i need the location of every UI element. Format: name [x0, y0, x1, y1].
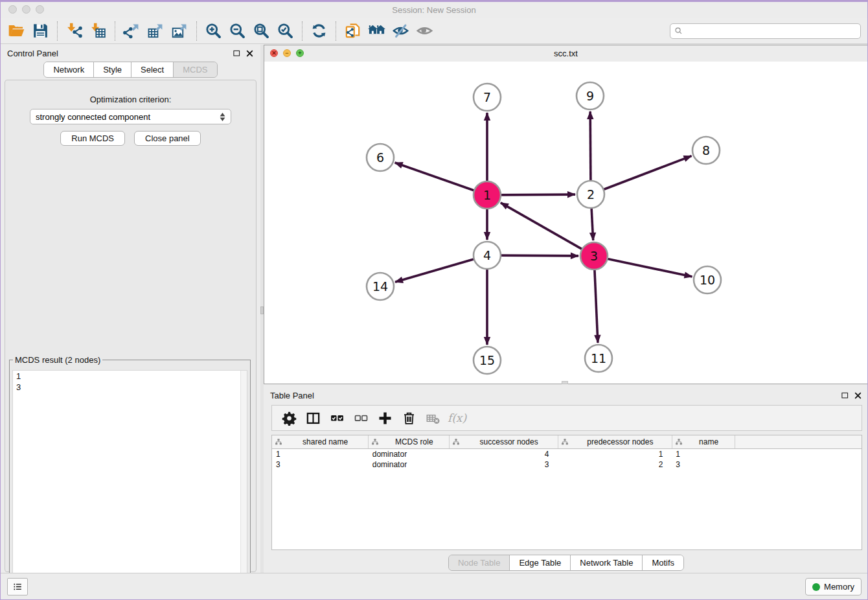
tab-node-table[interactable]: Node Table — [449, 555, 510, 570]
deselect-all-button[interactable] — [349, 408, 373, 428]
control-panel: Control Panel NetworkStyleSelectMCDS Opt… — [1, 45, 260, 576]
cell-MCDS-role[interactable]: dominator — [369, 459, 450, 470]
close-window-button[interactable] — [8, 5, 17, 14]
graph-node-2[interactable]: 2 — [577, 181, 604, 208]
zoom-out-button[interactable] — [225, 21, 249, 41]
edge-2-9[interactable] — [590, 111, 591, 182]
column-header-MCDS-role[interactable]: MCDS role — [369, 435, 450, 449]
graph-node-7[interactable]: 7 — [474, 84, 501, 111]
tab-edge-table[interactable]: Edge Table — [510, 555, 571, 570]
cell-MCDS-role[interactable]: dominator — [369, 449, 450, 460]
home-button[interactable] — [365, 21, 389, 41]
edge-2-3[interactable] — [591, 207, 593, 240]
network-window-titlebar[interactable]: ✕ − + scc.txt — [264, 45, 867, 62]
cell-successor-nodes[interactable]: 3 — [450, 459, 558, 470]
graph-node-14[interactable]: 14 — [367, 273, 394, 300]
import-network-button[interactable] — [62, 21, 86, 41]
edge-3-10[interactable] — [606, 259, 692, 277]
column-header-filler — [735, 435, 862, 449]
graph-node-10[interactable]: 10 — [694, 266, 721, 294]
tab-network[interactable]: Network — [44, 62, 94, 77]
destroy-table-button[interactable] — [421, 408, 445, 428]
tab-style[interactable]: Style — [94, 62, 131, 77]
run-mcds-button[interactable]: Run MCDS — [60, 131, 125, 146]
edge-4-14[interactable] — [395, 259, 475, 282]
column-header-name[interactable]: name — [672, 435, 735, 449]
hide-annotations-button[interactable] — [389, 21, 413, 41]
network-zoom-button[interactable]: + — [296, 49, 304, 57]
network-canvas[interactable]: 7968124314101511 — [264, 62, 867, 384]
cell-successor-nodes[interactable]: 4 — [450, 449, 558, 460]
export-image-button[interactable] — [168, 21, 192, 41]
cell-name[interactable]: 3 — [672, 459, 735, 470]
export-table-button[interactable] — [144, 21, 168, 41]
graph-node-1[interactable]: 1 — [474, 181, 501, 209]
edge-3-1[interactable] — [501, 203, 584, 250]
refresh-layout-button[interactable] — [307, 21, 331, 41]
tab-network-table[interactable]: Network Table — [571, 555, 643, 570]
network-resize-grip[interactable] — [562, 381, 568, 384]
cell-shared-name[interactable]: 3 — [272, 459, 369, 470]
close-panel-button[interactable]: Close panel — [134, 131, 201, 146]
result-scrollbar[interactable] — [240, 371, 247, 593]
graph-node-9[interactable]: 9 — [577, 82, 604, 110]
edge-2-8[interactable] — [602, 156, 692, 190]
cell-name[interactable]: 1 — [672, 449, 735, 460]
function-builder-button[interactable]: f(x) — [445, 408, 469, 428]
close-panel-icon[interactable] — [854, 391, 862, 400]
float-panel-icon[interactable] — [841, 391, 849, 400]
tab-mcds[interactable]: MCDS — [174, 62, 216, 77]
save-session-icon — [32, 22, 49, 40]
graph-node-3[interactable]: 3 — [580, 242, 608, 270]
graph-node-6[interactable]: 6 — [367, 144, 394, 171]
graph-node-15[interactable]: 15 — [474, 347, 501, 374]
network-minimize-button[interactable]: − — [283, 49, 291, 57]
network-close-button[interactable]: ✕ — [270, 49, 278, 57]
refresh-layout-icon — [310, 22, 328, 40]
select-all-button[interactable] — [325, 408, 349, 428]
tab-motifs[interactable]: Motifs — [643, 555, 683, 570]
close-panel-icon[interactable] — [246, 49, 254, 58]
zoom-window-button[interactable] — [36, 5, 44, 14]
zoom-selected-button[interactable] — [273, 21, 297, 41]
table-row[interactable]: 1dominator411 — [272, 449, 862, 460]
float-panel-icon[interactable] — [233, 49, 241, 58]
column-header-predecessor-nodes[interactable]: predecessor nodes — [558, 435, 672, 449]
add-column-button[interactable] — [373, 408, 397, 428]
split-panel-button[interactable] — [301, 408, 325, 428]
optimization-criterion-dropdown[interactable]: strongly connected component — [30, 109, 231, 124]
tab-select[interactable]: Select — [131, 62, 174, 77]
graph-node-8[interactable]: 8 — [692, 137, 720, 164]
memory-button[interactable]: Memory — [805, 578, 862, 595]
mcds-result-text[interactable]: 13 — [12, 370, 247, 594]
delete-column-button[interactable] — [397, 408, 421, 428]
copy-network-button[interactable] — [341, 21, 365, 41]
zoom-fit-button[interactable] — [249, 21, 273, 41]
cell-shared-name[interactable]: 1 — [272, 449, 369, 460]
graph-node-11[interactable]: 11 — [585, 345, 612, 372]
column-header-successor-nodes[interactable]: successor nodes — [450, 435, 558, 449]
cell-predecessor-nodes[interactable]: 2 — [558, 459, 672, 470]
export-network-button[interactable] — [120, 21, 144, 41]
minimize-window-button[interactable] — [22, 5, 30, 14]
save-session-button[interactable] — [29, 21, 52, 41]
column-header-shared-name[interactable]: shared name — [272, 435, 369, 449]
gear-button[interactable] — [277, 408, 301, 428]
show-graphics-button[interactable] — [413, 21, 437, 41]
edge-1-6[interactable] — [395, 163, 476, 191]
search-input[interactable] — [683, 25, 860, 38]
table-row[interactable]: 3dominator323 — [272, 459, 862, 470]
toolbar-separator — [302, 21, 303, 41]
edge-1-2[interactable] — [499, 194, 575, 195]
list-icon — [12, 581, 23, 592]
search-box[interactable] — [670, 23, 861, 39]
import-table-button[interactable] — [86, 21, 110, 41]
open-session-button[interactable] — [5, 21, 29, 41]
graph-node-4[interactable]: 4 — [474, 242, 501, 269]
memory-label: Memory — [824, 582, 854, 592]
task-history-button[interactable] — [7, 578, 28, 595]
cell-predecessor-nodes[interactable]: 1 — [558, 449, 672, 460]
edge-3-11[interactable] — [595, 268, 598, 343]
zoom-in-button[interactable] — [201, 21, 225, 41]
edge-4-3[interactable] — [499, 255, 578, 256]
